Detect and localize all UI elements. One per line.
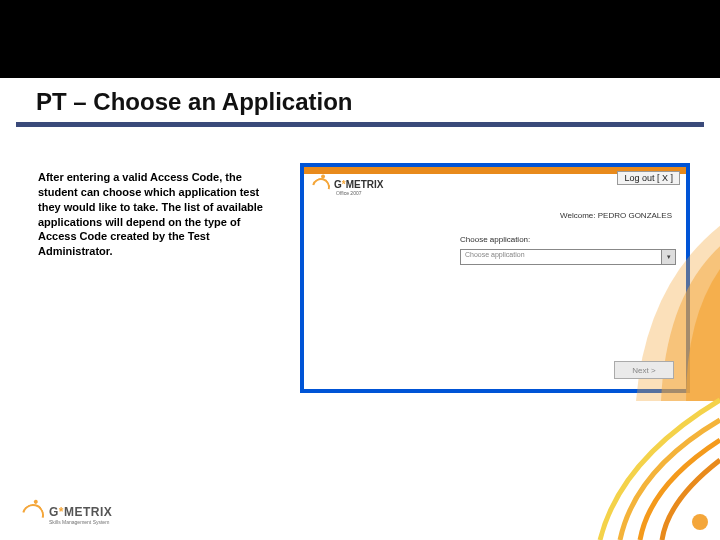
dropdown-placeholder: Choose application [465, 251, 525, 258]
logo-subtext: Office 2007 [336, 190, 383, 196]
logo-text: G*METRIX [334, 179, 383, 190]
choose-application-label: Choose application: [460, 235, 530, 244]
corner-dot-icon [692, 514, 708, 530]
app-logo: G*METRIX Office 2007 [312, 178, 383, 196]
app-window: Log out [ X ] G*METRIX Office 2007 Welco… [300, 163, 690, 393]
footer-tagline: Skills Management System [49, 519, 112, 525]
next-button[interactable]: Next > [614, 361, 674, 379]
app-body: Welcome: PEDRO GONZALES Choose applicati… [304, 201, 686, 389]
slide-top-bar [0, 0, 720, 78]
footer-logo: G*METRIX Skills Management System [22, 504, 112, 526]
slide-title: PT – Choose an Application [36, 88, 352, 116]
application-dropdown[interactable]: Choose application ▾ [460, 249, 676, 265]
logout-button[interactable]: Log out [ X ] [617, 171, 680, 185]
footer-logo-arc-icon [18, 500, 48, 530]
slide-body-text: After entering a valid Access Code, the … [38, 170, 278, 259]
footer-brand: G*METRIX [49, 505, 112, 519]
app-header: Log out [ X ] G*METRIX Office 2007 [304, 167, 686, 201]
chevron-down-icon: ▾ [661, 250, 675, 264]
welcome-text: Welcome: PEDRO GONZALES [560, 211, 672, 220]
title-underline [16, 122, 704, 127]
logo-arc-icon [309, 175, 334, 200]
